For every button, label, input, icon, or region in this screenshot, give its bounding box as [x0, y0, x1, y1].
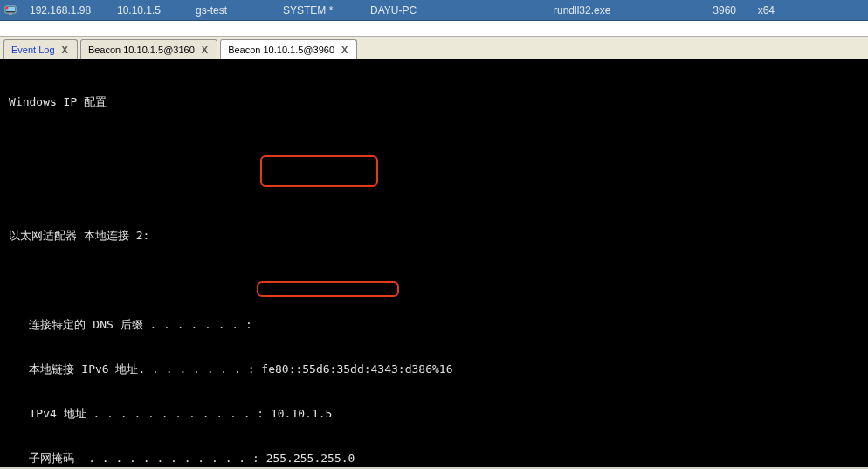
col-pid: 3960 — [673, 4, 743, 17]
close-icon[interactable]: X — [60, 45, 70, 55]
tab-beacon-3160[interactable]: Beacon 10.10.1.5@3160 X — [80, 39, 217, 59]
close-icon[interactable]: X — [200, 45, 210, 55]
annotation-highlight-1 — [260, 155, 378, 187]
terminal-line: IPv4 地址 . . . . . . . . . . . . : 10.10.… — [9, 406, 859, 421]
col-listener: gs-test — [189, 4, 276, 17]
terminal-line: 连接特定的 DNS 后缀 . . . . . . . : — [9, 317, 859, 332]
tab-label: Beacon 10.10.1.5@3160 — [88, 45, 195, 55]
col-arch: x64 — [743, 4, 787, 17]
col-user: SYSTEM * — [276, 4, 363, 17]
terminal-line: 子网掩码 . . . . . . . . . . . . : 255.255.2… — [9, 451, 859, 466]
svg-point-3 — [6, 6, 9, 9]
tab-beacon-3960[interactable]: Beacon 10.10.1.5@3960 X — [220, 39, 357, 59]
tab-label: Beacon 10.10.1.5@3960 — [228, 45, 334, 55]
divider — [0, 21, 868, 37]
terminal-line — [9, 272, 859, 287]
tab-event-log[interactable]: Event Log X — [3, 39, 78, 59]
svg-rect-2 — [9, 13, 12, 15]
col-process: rundll32.exe — [547, 4, 673, 17]
session-icon — [3, 3, 17, 17]
tabs-bar: Event Log X Beacon 10.10.1.5@3160 X Beac… — [0, 37, 868, 59]
session-row[interactable]: 192.168.1.98 10.10.1.5 gs-test SYSTEM * … — [0, 0, 868, 21]
terminal-line: Windows IP 配置 — [9, 94, 859, 109]
terminal-line — [9, 183, 859, 198]
terminal-line: 本地链接 IPv6 地址. . . . . . . . : fe80::55d6… — [9, 362, 859, 376]
tab-label: Event Log — [11, 45, 55, 55]
col-internal-ip: 10.10.1.5 — [110, 4, 189, 17]
beacon-console[interactable]: Windows IP 配置 以太网适配器 本地连接 2: 连接特定的 DNS 后… — [0, 59, 868, 467]
close-icon[interactable]: X — [340, 45, 349, 55]
terminal-line: 以太网适配器 本地连接 2: — [9, 228, 859, 243]
terminal-line — [9, 139, 859, 154]
col-external-ip: 192.168.1.98 — [23, 4, 110, 17]
col-computer: DAYU-PC — [363, 4, 459, 17]
